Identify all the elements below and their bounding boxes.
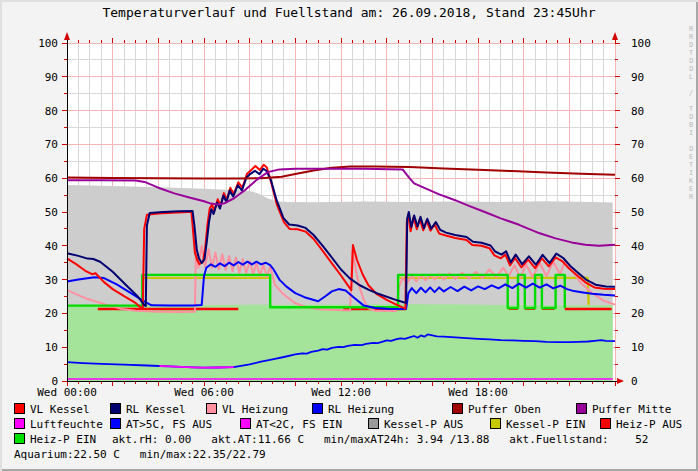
- y-tick-label-left: 60: [45, 172, 58, 185]
- y-tick-label-left: 10: [45, 341, 58, 354]
- legend-label: AT>5C, FS AUS: [126, 418, 212, 431]
- temperature-chart: 0010102020303040405050606070708080909010…: [0, 0, 698, 471]
- x-axis-arrow: [617, 378, 624, 384]
- legend-item: Puffer Oben: [452, 403, 541, 416]
- legend-item: VL Heizung: [206, 403, 288, 416]
- legend-label: Luftfeuchte: [30, 418, 103, 431]
- y-tick-label-left: 20: [45, 307, 58, 320]
- legend-label: Puffer Mitte: [592, 403, 671, 416]
- y-tick-label-left: 40: [45, 240, 58, 253]
- y-tick-label-left: 80: [45, 105, 58, 118]
- status-info-text: akt.rH: 0.00 akt.AT:11.66 C min/maxAT24h…: [112, 433, 648, 446]
- y-tick-label-right: 90: [631, 71, 644, 84]
- legend-item: RL Heizung: [312, 403, 394, 416]
- legend-label: AT<2C, FS EIN: [256, 418, 342, 431]
- legend-item: Puffer Mitte: [576, 403, 671, 416]
- legend-item: AT>5C, FS AUS: [110, 418, 212, 431]
- rrdtool-watermark: RRDTOOL / TOBI OETIKER: [686, 25, 696, 201]
- legend-swatch: [600, 418, 611, 429]
- legend-label: VL Heizung: [222, 403, 288, 416]
- series-aquarium: [67, 304, 613, 381]
- x-tick-label: Wed 12:00: [311, 386, 371, 399]
- legend-swatch: [312, 403, 323, 414]
- y-tick-label-left: 90: [45, 71, 58, 84]
- legend-item: Luftfeuchte: [14, 418, 103, 431]
- y-tick-label-right: 20: [631, 307, 644, 320]
- legend-label: RL Kessel: [126, 403, 186, 416]
- legend-label: Heiz-P AUS: [616, 418, 682, 431]
- y-tick-label-right: 100: [631, 37, 651, 50]
- y-tick-label-right: 0: [631, 375, 638, 388]
- legend-swatch: [14, 418, 25, 429]
- legend-swatch: [240, 418, 251, 429]
- legend-label: Kessel-P EIN: [506, 418, 585, 431]
- legend-item: Kessel-P AUS: [368, 418, 463, 431]
- y-tick-label-left: 70: [45, 138, 58, 151]
- y-tick-label-right: 30: [631, 274, 644, 287]
- legend-item: Heiz-P AUS: [600, 418, 682, 431]
- aquarium-info-text: Aquarium:22.50 C min/max:22.35/22.79: [14, 448, 266, 461]
- legend-item: Heiz-P EIN: [14, 433, 96, 446]
- legend-label: VL Kessel: [30, 403, 90, 416]
- rrdtool-graph: Temperaturverlauf und Fuellstand am: 26.…: [0, 0, 698, 471]
- legend-label: Puffer Oben: [468, 403, 541, 416]
- legend-item: AT<2C, FS EIN: [240, 418, 342, 431]
- x-tick-label: Wed 18:00: [448, 386, 508, 399]
- legend-swatch: [206, 403, 217, 414]
- legend-swatch: [110, 418, 121, 429]
- legend-item: Kessel-P EIN: [490, 418, 585, 431]
- legend-swatch: [110, 403, 121, 414]
- legend-item: VL Kessel: [14, 403, 90, 416]
- legend-swatch: [490, 418, 501, 429]
- legend-label: Heiz-P EIN: [30, 433, 96, 446]
- y-tick-label-right: 70: [631, 138, 644, 151]
- y-tick-label-left: 100: [38, 37, 58, 50]
- y-tick-label-left: 30: [45, 274, 58, 287]
- right-axis-arrow: [612, 32, 618, 40]
- y-tick-label-right: 40: [631, 240, 644, 253]
- y-tick-label-right: 50: [631, 206, 644, 219]
- legend-swatch: [14, 433, 25, 444]
- legend-swatch: [452, 403, 463, 414]
- legend-label: RL Heizung: [328, 403, 394, 416]
- y-tick-label-right: 60: [631, 172, 644, 185]
- legend-item: RL Kessel: [110, 403, 186, 416]
- x-tick-label: Wed 00:00: [37, 386, 97, 399]
- y-tick-label-right: 10: [631, 341, 644, 354]
- y-tick-label-right: 80: [631, 105, 644, 118]
- legend-label: Kessel-P AUS: [384, 418, 463, 431]
- x-tick-label: Wed 06:00: [174, 386, 234, 399]
- y-axis-arrow: [64, 32, 70, 40]
- legend-swatch: [14, 403, 25, 414]
- legend-swatch: [576, 403, 587, 414]
- legend-swatch: [368, 418, 379, 429]
- y-tick-label-left: 50: [45, 206, 58, 219]
